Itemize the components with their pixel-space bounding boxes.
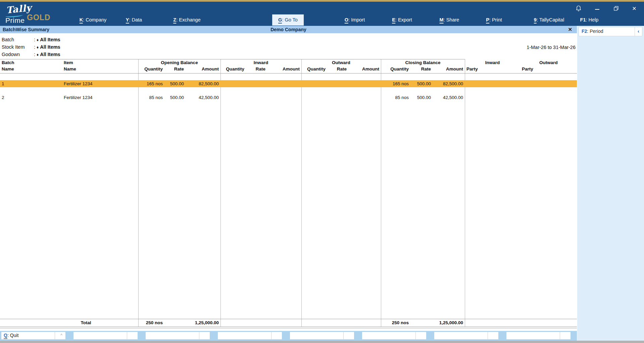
filter-godown-value[interactable]: All Items	[40, 52, 60, 57]
menu-import[interactable]: O: Import	[345, 17, 365, 22]
empty-function-slot	[146, 332, 210, 339]
empty-function-slot	[290, 332, 354, 339]
tallyprime-logo: Tally Prime GOLD	[5, 3, 72, 25]
period-range: 1-Mar-26 to 31-Mar-26	[527, 45, 576, 50]
menu-share[interactable]: M: Share	[440, 17, 459, 22]
total-closing-amount: 1,25,000.00	[433, 319, 465, 327]
header-closing-balance: Closing Balance	[381, 59, 465, 66]
quit-button[interactable]: Q: Quit ^	[1, 332, 65, 339]
window-bottom-border	[0, 341, 644, 343]
header-inward-party: Inward	[465, 59, 520, 66]
menu-exchange[interactable]: Z: Exchange	[173, 17, 200, 22]
right-sidebar: F2: Period ‹	[577, 26, 644, 341]
total-label: Total	[64, 319, 138, 327]
filter-batch-value[interactable]: All Items	[40, 37, 60, 42]
diamond-icon: ♦	[37, 38, 39, 42]
logo-edition-badge: GOLD	[27, 13, 50, 22]
header-outward: Outward	[301, 59, 381, 66]
filter-godown: Godown: ♦ All Items	[2, 51, 60, 58]
period-button[interactable]: F2: Period ‹	[579, 27, 642, 36]
expand-caret-icon[interactable]: ^	[60, 333, 62, 338]
empty-function-slot	[362, 332, 426, 339]
empty-function-slot	[434, 332, 498, 339]
header-outward-party: Outward	[520, 59, 577, 66]
app-header: Tally Prime GOLD K: Company Y: Data Z: E…	[0, 2, 644, 26]
spacer-row	[0, 87, 577, 94]
table-header-sections: Batch Item Opening Balance Inward Outwar…	[0, 59, 577, 66]
total-opening-qty: 250 nos	[138, 319, 164, 327]
collapse-sidebar-chevron-icon[interactable]: ‹	[635, 27, 642, 36]
filter-stock-item-value[interactable]: All Items	[40, 44, 60, 50]
menu-company[interactable]: K: Company	[80, 17, 107, 22]
menu-help[interactable]: F1: Help	[580, 17, 599, 22]
filter-batch: Batch: ♦ All Items	[2, 36, 60, 43]
table-body: 1 Fertilizer 1234 165 nos 500.00 82,500.…	[0, 74, 577, 101]
minimize-icon[interactable]	[592, 4, 602, 13]
table-row-batch-1[interactable]: 1 Fertilizer 1234 165 nos 500.00 82,500.…	[0, 80, 577, 87]
header-inward: Inward	[220, 59, 301, 66]
diamond-icon: ♦	[37, 52, 39, 57]
table-total-row: Total 250 nos 1,25,000.00 250 nos 1,25,0…	[0, 319, 577, 327]
total-closing-qty: 250 nos	[381, 319, 410, 327]
logo-prime-text: Prime	[5, 16, 24, 24]
close-report-icon[interactable]: ✕	[568, 27, 572, 33]
empty-function-slot	[218, 332, 282, 339]
menu-data[interactable]: Y: Data	[126, 17, 142, 22]
menu-go-to[interactable]: G: Go To	[272, 14, 304, 26]
bottom-button-bar: Q: Quit ^	[0, 331, 577, 341]
report-filters: Batch: ♦ All Items Stock Item: ♦ All Ite…	[2, 36, 60, 58]
table-header-subcolumns: Name Name Quantity Rate Amount Quantity …	[0, 66, 577, 73]
close-window-icon[interactable]: ✕	[629, 4, 639, 13]
header-opening-balance: Opening Balance	[138, 59, 220, 66]
table-row-batch-2[interactable]: 2 Fertilizer 1234 85 nos 500.00 42,500.0…	[0, 94, 577, 101]
diamond-icon: ♦	[37, 45, 39, 50]
menu-tallycapital[interactable]: 9: TallyCapital	[534, 17, 564, 22]
menu-export[interactable]: E: Export	[392, 17, 412, 22]
menu-print[interactable]: P: Print	[486, 17, 502, 22]
report-titlebar: BatchWise Summary Demo Company ✕	[0, 26, 577, 33]
batchwise-summary-table: Batch Item Opening Balance Inward Outwar…	[0, 59, 577, 328]
company-name: Demo Company	[0, 27, 577, 32]
spacer-row	[0, 74, 577, 80]
filter-stock-item: Stock Item: ♦ All Items	[2, 43, 60, 51]
empty-function-slot	[506, 332, 571, 339]
header-batch: Batch	[0, 59, 64, 66]
restore-window-icon[interactable]	[611, 4, 621, 13]
notifications-bell-icon[interactable]	[574, 4, 584, 13]
table-bottom-double-border	[0, 327, 577, 328]
empty-function-slot	[73, 332, 138, 339]
total-opening-amount: 1,25,000.00	[186, 319, 220, 327]
header-item: Item	[64, 59, 138, 66]
